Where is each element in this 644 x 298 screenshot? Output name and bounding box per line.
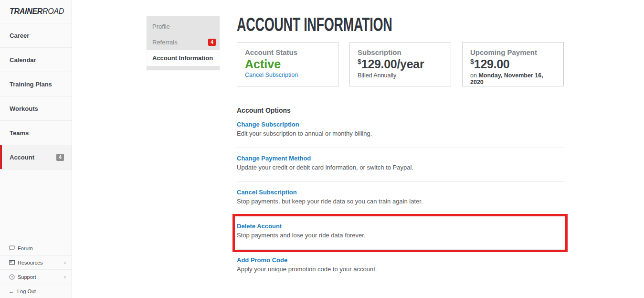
footer-item-label: Forum [18, 245, 33, 251]
option-description: Apply your unique promotion code to your… [237, 266, 565, 273]
referrals-count-badge: 4 [208, 39, 216, 46]
sidebar-item-workouts[interactable]: Workouts [0, 96, 72, 121]
currency-symbol: $ [358, 58, 361, 65]
sidebar-item-label: Workouts [10, 105, 38, 112]
option-cancel-subscription: Cancel Subscription Stop payments, but k… [237, 182, 565, 216]
subnav-item-account-information[interactable]: Account Information [147, 50, 220, 66]
chevron-right-icon: › [64, 259, 66, 266]
add-promo-code-link[interactable]: Add Promo Code [237, 256, 565, 264]
sidebar: TRAINERROAD Career Calendar Training Pla… [0, 0, 72, 298]
subnav-item-profile[interactable]: Profile [147, 16, 220, 34]
sidebar-item-label: Career [10, 32, 29, 39]
sidebar-item-career[interactable]: Career [0, 23, 72, 48]
page-title: ACCOUNT INFORMATION [237, 13, 565, 34]
footer-item-label: Log Out [17, 288, 36, 294]
sidebar-item-forum[interactable]: Forum [0, 241, 72, 255]
card-header: Upcoming Payment [470, 48, 556, 56]
svg-text:?: ? [11, 275, 12, 279]
sidebar-item-label: Account [10, 154, 34, 161]
option-change-payment-method: Change Payment Method Update your credit… [237, 148, 565, 182]
chevron-right-icon: › [64, 274, 66, 280]
logout-arrow-icon: ← [9, 288, 14, 295]
subnav-item-label: Referrals [152, 39, 178, 46]
option-delete-account: Delete Account Stop payments and lose yo… [237, 216, 565, 250]
sidebar-footer: Forum Resources › ? Support › ← Log Out [0, 241, 72, 298]
sidebar-item-label: Calendar [10, 56, 36, 64]
account-subnav: Profile Referrals 4 Account Information [147, 16, 220, 70]
sidebar-item-label: Training Plans [10, 81, 52, 88]
currency-symbol: $ [470, 58, 474, 65]
subnav-item-label: Account Information [152, 54, 213, 62]
change-subscription-link[interactable]: Change Subscription [237, 121, 565, 128]
logo-bold: TRAINER [10, 7, 42, 15]
option-description: Stop payments, but keep your ride data s… [237, 198, 565, 205]
billing-note: Billed Annually [358, 72, 443, 79]
subnav-item-referrals[interactable]: Referrals 4 [147, 34, 220, 50]
cancel-subscription-option-link[interactable]: Cancel Subscription [237, 189, 565, 196]
change-payment-method-link[interactable]: Change Payment Method [237, 155, 565, 162]
trainerroad-logo: TRAINERROAD [10, 7, 64, 16]
logo-row: TRAINERROAD [0, 0, 72, 23]
resources-icon [9, 259, 15, 266]
account-options-header: Account Options [237, 106, 565, 114]
logo-light: ROAD [42, 7, 64, 15]
subnav-item-label: Profile [152, 23, 170, 30]
cancel-subscription-link[interactable]: Cancel Subscription [245, 72, 330, 78]
account-status-value: Active [245, 58, 330, 71]
footer-item-label: Resources [18, 260, 43, 266]
card-header: Subscription [358, 48, 443, 56]
main-content: ACCOUNT INFORMATION Account Status Activ… [237, 0, 565, 283]
subnav-bottom-strip [147, 66, 220, 70]
option-description: Stop payments and lose your ride data fo… [237, 232, 565, 239]
sidebar-item-training-plans[interactable]: Training Plans [0, 72, 72, 96]
footer-item-label: Support [18, 274, 36, 280]
forum-icon [9, 245, 15, 251]
option-description: Edit your subscription to annual or mont… [237, 130, 565, 137]
upcoming-payment-card: Upcoming Payment $129.00 on Monday, Nove… [462, 42, 564, 86]
payment-date: Monday, November 16, 2020 [470, 72, 543, 85]
sidebar-item-support[interactable]: ? Support › [0, 269, 72, 284]
support-icon: ? [9, 274, 15, 280]
delete-account-link[interactable]: Delete Account [237, 223, 565, 230]
account-options-section: Account Options Change Subscription Edit… [237, 106, 565, 283]
option-change-subscription: Change Subscription Edit your subscripti… [237, 114, 565, 148]
card-header: Account Status [245, 48, 330, 56]
subscription-card: Subscription $129.00/year Billed Annuall… [349, 42, 451, 86]
payment-date-note: on Monday, November 16, 2020 [470, 72, 556, 85]
sidebar-item-teams[interactable]: Teams [0, 121, 72, 145]
account-count-badge: 4 [56, 154, 64, 161]
option-add-promo-code: Add Promo Code Apply your unique promoti… [237, 250, 565, 283]
subscription-amount: $129.00/year [358, 58, 443, 71]
option-description: Update your credit or debit card informa… [237, 164, 565, 171]
account-status-card: Account Status Active Cancel Subscriptio… [237, 42, 338, 86]
sidebar-item-label: Teams [10, 129, 29, 137]
sidebar-item-account[interactable]: Account 4 [0, 145, 72, 170]
sidebar-item-resources[interactable]: Resources › [0, 255, 72, 269]
sidebar-item-calendar[interactable]: Calendar [0, 48, 72, 72]
sidebar-item-logout[interactable]: ← Log Out [0, 284, 72, 298]
summary-cards: Account Status Active Cancel Subscriptio… [237, 42, 565, 86]
upcoming-payment-amount: $129.00 [470, 58, 556, 71]
